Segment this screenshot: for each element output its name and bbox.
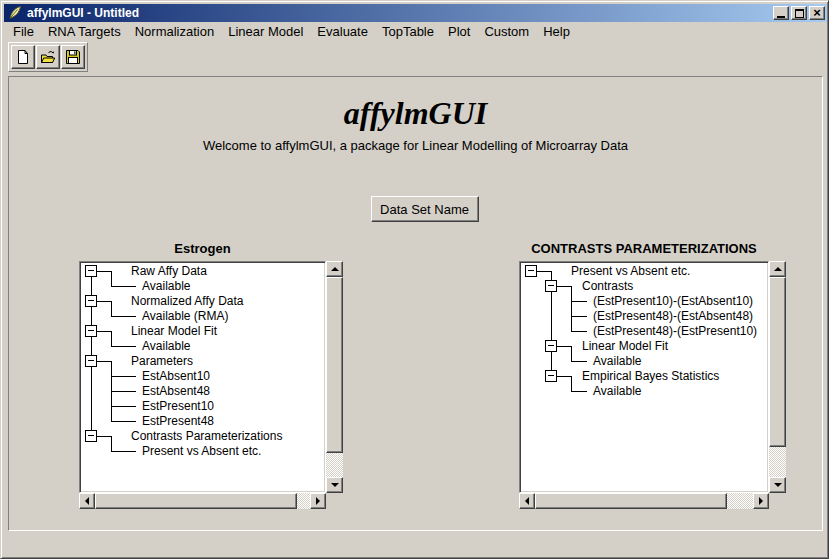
arrow-up-icon <box>331 267 339 271</box>
tree-node-label[interactable]: EstPresent10 <box>142 399 214 414</box>
tree-node-label[interactable]: Raw Affy Data <box>131 264 207 279</box>
tree-node-label[interactable]: EstAbsent48 <box>142 384 210 399</box>
menu-item-linear-model[interactable]: Linear Model <box>221 22 310 41</box>
tree-expand-toggle[interactable] <box>85 295 97 307</box>
status-bar <box>8 532 823 554</box>
scroll-left-button[interactable] <box>79 493 95 509</box>
estrogen-horizontal-scrollbar[interactable] <box>79 493 326 509</box>
arrow-left-icon <box>85 497 89 505</box>
tree-connector-line <box>97 271 111 272</box>
contrasts-vertical-scrollbar[interactable] <box>769 261 786 493</box>
app-feather-icon <box>7 5 23 21</box>
scrollbar-track[interactable] <box>535 493 753 509</box>
minus-icon <box>88 270 94 271</box>
tree-connector-line <box>111 361 112 422</box>
tree-node-label[interactable]: Contrasts Parameterizations <box>131 429 282 444</box>
scroll-up-button[interactable] <box>769 261 786 277</box>
title-bar[interactable]: affylmGUI - Untitled × <box>4 4 827 22</box>
contrasts-tree-canvas[interactable]: (EstPresent10)-(EstAbsent10)(EstPresent4… <box>519 261 769 493</box>
tree-expand-toggle[interactable] <box>545 340 557 352</box>
tree-connector-line <box>537 271 551 272</box>
app-title: affylmGUI <box>9 95 822 132</box>
tree-connector-line <box>571 376 572 392</box>
scroll-right-button[interactable] <box>753 493 769 509</box>
tree-node-label[interactable]: Available <box>593 384 641 399</box>
menu-item-help[interactable]: Help <box>536 22 577 41</box>
data-set-name-button[interactable]: Data Set Name <box>371 196 479 222</box>
scroll-up-button[interactable] <box>326 261 343 277</box>
scroll-right-button[interactable] <box>310 493 326 509</box>
scrollbar-track[interactable] <box>95 493 310 509</box>
tree-node-label[interactable]: Available <box>142 279 190 294</box>
tree-node-label[interactable]: Contrasts <box>582 279 633 294</box>
minus-icon <box>548 375 554 376</box>
tree-node-label[interactable]: Normalized Affy Data <box>131 294 244 309</box>
scrollbar-track[interactable] <box>326 277 343 477</box>
save-floppy-icon <box>65 49 81 65</box>
tree-expand-toggle[interactable] <box>85 430 97 442</box>
tree-connector-line <box>571 316 587 317</box>
tree-node-label[interactable]: EstAbsent10 <box>142 369 210 384</box>
tree-node-label[interactable]: (EstPresent10)-(EstAbsent10) <box>593 294 753 309</box>
close-button[interactable]: × <box>809 6 825 20</box>
contrasts-horizontal-scrollbar[interactable] <box>519 493 769 509</box>
menu-item-custom[interactable]: Custom <box>477 22 536 41</box>
menu-item-evaluate[interactable]: Evaluate <box>310 22 375 41</box>
close-icon: × <box>813 8 821 18</box>
tree-expand-toggle[interactable] <box>525 265 537 277</box>
estrogen-vertical-scrollbar[interactable] <box>326 261 343 493</box>
new-document-button[interactable] <box>11 45 35 69</box>
maximize-button[interactable] <box>791 6 807 20</box>
menu-item-rna-targets[interactable]: RNA Targets <box>41 22 128 41</box>
tree-node-label[interactable]: (EstPresent48)-(EstPresent10) <box>593 324 757 339</box>
menu-item-normalization[interactable]: Normalization <box>128 22 221 41</box>
tree-node-label[interactable]: Available (RMA) <box>142 309 228 324</box>
scrollbar-thumb[interactable] <box>95 493 297 509</box>
scroll-down-button[interactable] <box>326 477 343 493</box>
scrollbar-thumb[interactable] <box>535 493 727 509</box>
tree-node-label[interactable]: EstPresent48 <box>142 414 214 429</box>
scrollbar-thumb[interactable] <box>326 277 343 453</box>
arrow-down-icon <box>331 483 339 487</box>
tree-node-label[interactable]: Parameters <box>131 354 193 369</box>
minimize-button[interactable] <box>773 6 789 20</box>
scrollbar-thumb[interactable] <box>769 277 786 447</box>
menu-item-plot[interactable]: Plot <box>441 22 477 41</box>
tree-connector-line <box>111 376 136 377</box>
tree-node-label[interactable]: (EstPresent48)-(EstAbsent48) <box>593 309 753 324</box>
tree-connector-line <box>111 451 136 452</box>
tree-node-label[interactable]: Empirical Bayes Statistics <box>582 369 719 384</box>
tree-node-label[interactable]: Linear Model Fit <box>131 324 217 339</box>
tree-connector-line <box>111 331 112 347</box>
estrogen-tree-surface: AvailableRaw Affy DataAvailable (RMA)Nor… <box>82 264 323 490</box>
scrollbar-track[interactable] <box>769 277 786 477</box>
tree-node-label[interactable]: Present vs Absent etc. <box>571 264 690 279</box>
estrogen-tree-canvas[interactable]: AvailableRaw Affy DataAvailable (RMA)Nor… <box>79 261 326 493</box>
arrow-up-icon <box>774 267 782 271</box>
open-file-button[interactable] <box>36 45 60 69</box>
maximize-icon <box>795 9 804 18</box>
scroll-left-button[interactable] <box>519 493 535 509</box>
save-file-button[interactable] <box>61 45 85 69</box>
estrogen-panel: Estrogen AvailableRaw Affy DataAvailable… <box>79 237 343 509</box>
tree-expand-toggle[interactable] <box>545 280 557 292</box>
scrollbar-corner <box>326 493 343 509</box>
tree-node-label[interactable]: Linear Model Fit <box>582 339 668 354</box>
tree-expand-toggle[interactable] <box>85 355 97 367</box>
tree-expand-toggle[interactable] <box>85 325 97 337</box>
tree-node-label[interactable]: Available <box>142 339 190 354</box>
open-folder-icon <box>40 49 56 65</box>
scroll-down-button[interactable] <box>769 477 786 493</box>
tree-connector-line <box>557 286 571 287</box>
tree-expand-toggle[interactable] <box>85 265 97 277</box>
menu-item-file[interactable]: File <box>6 22 41 41</box>
tree-node-label[interactable]: Available <box>593 354 641 369</box>
arrow-right-icon <box>759 497 763 505</box>
menu-item-toptable[interactable]: TopTable <box>375 22 441 41</box>
tree-connector-line <box>111 421 136 422</box>
application-window: affylmGUI - Untitled × FileRNA TargetsNo… <box>0 0 829 559</box>
tree-connector-line <box>111 391 136 392</box>
tree-expand-toggle[interactable] <box>545 370 557 382</box>
tree-node-label[interactable]: Present vs Absent etc. <box>142 444 261 459</box>
tree-connector-line <box>571 301 587 302</box>
